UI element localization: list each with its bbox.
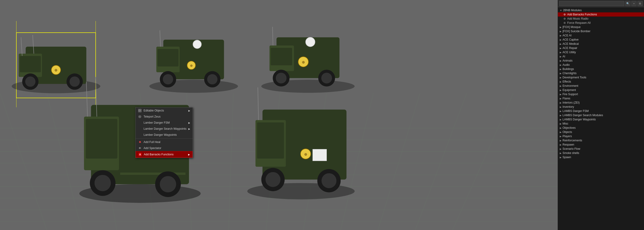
svg-rect-92 (140, 109, 141, 110)
respawn-icon: ⚙ (564, 21, 566, 24)
cat-label-3: ACE Captive (562, 38, 579, 41)
panel-cat-ace-ai[interactable]: ▶ ACE AI (558, 33, 644, 37)
cat-arrow-14: ▶ (560, 85, 562, 87)
cat-arrow-18: ▶ (560, 101, 562, 104)
panel-cat-fire-support[interactable]: ▶ Fire Support (558, 92, 644, 96)
panel-item-force-respawn[interactable]: ⚙ Force Respawn All (558, 21, 644, 25)
cat-arrow-16: ▶ (560, 93, 562, 96)
panel-item-add-barracks[interactable]: ⚙ Add Barracks Functions (558, 12, 644, 16)
cat-arrow-17: ▶ (560, 97, 562, 100)
cat-arrow-23: ▶ (560, 122, 562, 125)
cat-label-5: ACE Repair (562, 46, 577, 50)
panel-cat-lambs-fsm[interactable]: ▶ LAMBS Danger FSM (558, 109, 644, 113)
panel-cat-fox-mosque[interactable]: ▶ [FOX] Mosque (558, 25, 644, 29)
search-icon-btn[interactable]: 🔍 (625, 1, 630, 6)
svg-point-63 (306, 37, 315, 47)
ctx-add-barracks[interactable]: A Add Barracks Functions ▶ (136, 151, 192, 158)
svg-text:⊕: ⊕ (54, 68, 58, 72)
ctx-lamber-fsm[interactable]: Lamber Danger FSM ▶ (136, 120, 192, 126)
panel-cat-fox-suicide[interactable]: ▶ [FOX] Suicide Bomber (558, 29, 644, 33)
cat-label-18: Interiors (ZEI) (562, 101, 580, 104)
cat-label-17: Flares (562, 97, 570, 100)
panel-cat-audio[interactable]: ▶ Audio (558, 63, 644, 67)
panel-cat-objects[interactable]: ▶ Objects (558, 130, 644, 134)
cat-label-29: Scenario Flow (562, 147, 580, 150)
cat-label-4: ACE Medical (562, 42, 579, 45)
panel-cat-inventory[interactable]: ▶ Inventory (558, 105, 644, 109)
panel-cat-ace-medical[interactable]: ▶ ACE Medical (558, 42, 644, 46)
svg-point-96 (139, 116, 140, 117)
search-input[interactable] (559, 1, 624, 6)
panel-cat-chemlights[interactable]: ▶ Chemlights (558, 71, 644, 75)
ctx-lamber-waypoints[interactable]: Lamber Danger Waypoints (136, 132, 192, 138)
panel-cat-effects[interactable]: ▶ Effects (558, 80, 644, 84)
cat-arrow-1: ▶ (560, 30, 562, 33)
panel-cat-buildings[interactable]: ▶ Buildings (558, 67, 644, 71)
panel-cat-interiors-zei[interactable]: ▶ Interiors (ZEI) (558, 101, 644, 105)
panel-cat-ace-captive[interactable]: ▶ ACE Captive (558, 37, 644, 42)
panel-cat-equipment[interactable]: ▶ Equipment (558, 88, 644, 92)
cat-arrow-13: ▶ (560, 80, 562, 83)
settings-icon-btn[interactable]: ⚙ (638, 1, 642, 6)
panel-cat-animals[interactable]: ▶ Animals (558, 58, 644, 63)
panel-cat-objectives[interactable]: ▶ Objectives (558, 126, 644, 130)
cat-arrow-8: ▶ (560, 59, 562, 62)
cat-label-31: Spawn (562, 156, 571, 159)
cat-label-20: LAMBS Danger FSM (562, 109, 589, 113)
editable-objects-icon (138, 109, 142, 112)
cat-arrow-5: ▶ (560, 47, 562, 49)
panel-cat-environment[interactable]: ▶ Environment (558, 84, 644, 88)
cat-label-2: ACE AI (562, 34, 572, 37)
music-icon: ⚙ (564, 17, 566, 20)
cat-label-22: LAMBS Danger Waypoints (562, 118, 596, 121)
ctx-editable-objects[interactable]: Editable Objects ▶ (136, 108, 192, 114)
panel-cat-lambs-waypoints[interactable]: ▶ LAMBS Danger Waypoints (558, 117, 644, 122)
lamber-waypoints-icon (138, 133, 142, 137)
panel-cat-ace-repair[interactable]: ▶ ACE Repair (558, 46, 644, 50)
panel-cat-dev-tools[interactable]: ▶ Development Tools (558, 75, 644, 80)
svg-rect-81 (257, 122, 284, 159)
svg-point-73 (94, 175, 111, 191)
right-panel: 🔍 + ⚙ ▼ 2BNB Modules ⚙ Add Barracks Func… (558, 0, 644, 230)
panel-cat-ai[interactable]: ▶ AI (558, 54, 644, 58)
svg-rect-43 (158, 49, 178, 66)
section-2bnb[interactable]: ▼ 2BNB Modules (558, 8, 644, 12)
panel-item-add-music[interactable]: ⚙ Add Music Radio (558, 16, 644, 21)
svg-point-48 (207, 74, 218, 84)
svg-rect-82 (286, 112, 342, 172)
cat-arrow-3: ▶ (560, 38, 562, 41)
barracks-icon: ⚙ (564, 13, 566, 16)
panel-cat-players[interactable]: ▶ Players (558, 134, 644, 138)
ctx-spectator-label: Add Spectator (144, 147, 161, 150)
ctx-lamber-waypoints-label: Lamber Danger Waypoints (144, 133, 177, 136)
cat-arrow-19: ▶ (560, 106, 562, 108)
ctx-add-spectator[interactable]: 👁 Add Spectator (136, 145, 192, 151)
ctx-teleport-zeus[interactable]: Teleport Zeus (136, 114, 192, 120)
panel-cat-misc[interactable]: ▶ Misc (558, 122, 644, 126)
panel-music-label: Add Music Radio (567, 17, 588, 20)
cat-arrow-20: ▶ (560, 110, 562, 112)
panel-cat-respawn[interactable]: ▶ Respawn (558, 143, 644, 147)
ctx-lamber-search[interactable]: Lamber Danger Search Waypoints ▶ (136, 126, 192, 132)
panel-cat-scenario-flow[interactable]: ▶ Scenario Flow (558, 147, 644, 151)
ctx-barracks-label: Add Barracks Functions (144, 153, 174, 156)
cat-arrow-0: ▶ (560, 26, 562, 28)
add-icon-btn[interactable]: + (632, 1, 636, 6)
panel-cat-reinforcements[interactable]: ▶ Reinforcements (558, 138, 644, 143)
cat-label-12: Development Tools (562, 76, 586, 79)
panel-cat-smoke-shells[interactable]: ▶ Smoke shells (558, 151, 644, 155)
panel-cat-lambs-search[interactable]: ▶ LAMBS Danger Search Modules (558, 113, 644, 117)
lamber-fsm-icon (138, 121, 142, 125)
panel-cat-spawn[interactable]: ▶ Spawn (558, 155, 644, 159)
cat-label-7: AI (562, 55, 565, 58)
viewport[interactable]: ⊕ ⊕ (0, 0, 558, 230)
panel-search-bar: 🔍 + ⚙ (558, 0, 644, 7)
panel-cat-ace-utility[interactable]: ▶ ACE Utility (558, 50, 644, 54)
ctx-add-full-heal[interactable]: ✚ Add Full Heal (136, 139, 192, 145)
panel-cat-flares[interactable]: ▶ Flares (558, 96, 644, 101)
cat-arrow-6: ▶ (560, 51, 562, 54)
svg-text:⊕: ⊕ (302, 60, 305, 64)
svg-point-75 (160, 176, 176, 193)
cat-arrow-31: ▶ (560, 156, 562, 159)
svg-rect-31 (43, 51, 83, 77)
